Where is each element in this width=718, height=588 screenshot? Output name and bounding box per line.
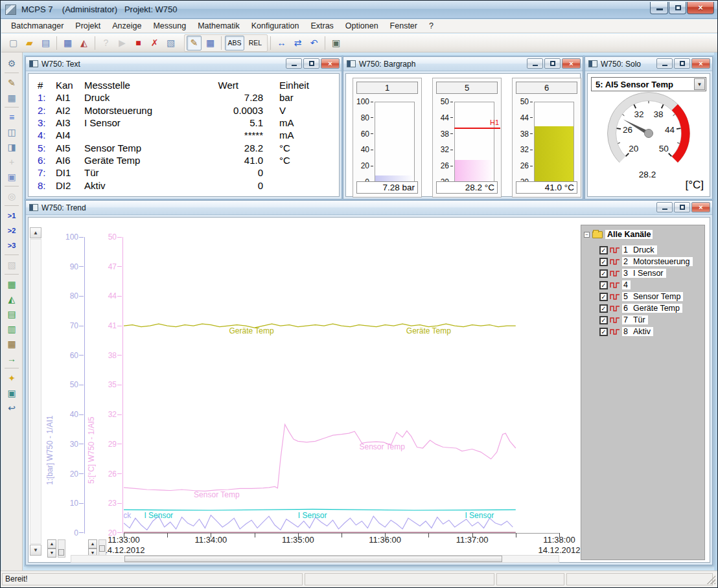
- menu-item-extras[interactable]: Extras: [305, 20, 339, 32]
- legend-root-node[interactable]: − Alle Kanäle: [584, 230, 653, 239]
- protocol-icon[interactable]: ▦: [4, 336, 19, 351]
- add-trend-window-icon[interactable]: ◭: [4, 291, 19, 306]
- checkbox-checked[interactable]: ✓: [599, 316, 608, 324]
- legend-item-druck[interactable]: ✓1Druck: [599, 245, 657, 255]
- restore-button[interactable]: [674, 202, 690, 212]
- layers-icon[interactable]: ▣: [4, 169, 19, 184]
- checkbox-checked[interactable]: ✓: [599, 304, 608, 313]
- menu-item-messung[interactable]: Messung: [147, 20, 192, 32]
- restore-button[interactable]: [303, 58, 319, 69]
- spin-down-icon[interactable]: ▼: [47, 548, 56, 558]
- menu-item-anzeige[interactable]: Anzeige: [106, 20, 147, 32]
- channel-selector[interactable]: 5: AI5 Sensor Temp ▼: [591, 77, 706, 91]
- solo-window-titlebar[interactable]: W750: Solo ×: [585, 57, 712, 71]
- key-icon[interactable]: ✦: [4, 370, 19, 385]
- rel-mode-button[interactable]: REL: [246, 36, 265, 51]
- view-1-icon[interactable]: >1: [4, 208, 19, 223]
- text-window[interactable]: W750: Text × #KanMessstelleWertEinheit1:…: [25, 56, 342, 199]
- close-icon[interactable]: ×: [691, 58, 710, 69]
- view-3-icon[interactable]: >3: [4, 238, 19, 253]
- minimize-button[interactable]: [656, 58, 673, 69]
- vertical-scrollbar[interactable]: [30, 239, 41, 544]
- spin-up-icon[interactable]: ▲: [47, 539, 56, 548]
- restore-button[interactable]: [544, 58, 561, 69]
- open-project-icon[interactable]: ▰: [22, 36, 37, 51]
- scroll-down-icon[interactable]: ▼: [30, 545, 41, 556]
- chart-view-icon[interactable]: ◭: [76, 36, 91, 51]
- legend-item-sensor-temp[interactable]: ✓5Sensor Temp: [599, 291, 683, 302]
- save-file-icon[interactable]: ◨: [4, 139, 19, 154]
- minimize-button[interactable]: [527, 58, 543, 69]
- zoom-undo-icon[interactable]: ↶: [307, 36, 321, 51]
- document-view-icon[interactable]: ▤: [38, 36, 53, 51]
- minimize-button[interactable]: [656, 202, 673, 212]
- bargraph-window-titlebar[interactable]: W750: Bargraph ×: [343, 57, 583, 71]
- trend-window[interactable]: W750: Trend × ▲ ▼ 1:[bar] W750 - 1/AI1 5…: [25, 200, 713, 565]
- menu-item-batchmanager[interactable]: Batchmanager: [5, 20, 69, 32]
- zoom-x-expand-icon[interactable]: ↔: [274, 36, 289, 51]
- checkbox-checked[interactable]: ✓: [599, 246, 608, 254]
- close-icon[interactable]: ×: [562, 58, 581, 69]
- edit-measurement-icon[interactable]: ✎: [4, 75, 19, 90]
- horizontal-scrollbar-thumb[interactable]: [124, 556, 502, 562]
- device-setup-icon[interactable]: ▦: [4, 90, 19, 105]
- collapse-icon[interactable]: −: [584, 232, 590, 238]
- menu-item-optionen[interactable]: Optionen: [340, 20, 384, 32]
- save-device-icon[interactable]: ◫: [4, 124, 19, 139]
- checkbox-checked[interactable]: ✓: [599, 328, 608, 336]
- print-icon[interactable]: ▣: [329, 36, 343, 51]
- spin-up-icon[interactable]: ▲: [88, 539, 97, 548]
- restore-button[interactable]: [674, 58, 690, 69]
- add-list-window-icon[interactable]: ▤: [4, 306, 19, 321]
- stop-measure-icon[interactable]: ■: [131, 36, 146, 51]
- menu-item-mathematik[interactable]: Mathematik: [192, 20, 246, 32]
- legend-item-t-r[interactable]: ✓7Tür: [599, 315, 648, 325]
- new-file-icon[interactable]: ▢: [6, 36, 21, 51]
- scroll-up-icon[interactable]: ▲: [30, 227, 41, 238]
- legend-item-i-sensor[interactable]: ✓3I Sensor: [599, 268, 666, 278]
- menu-item-fenster[interactable]: Fenster: [384, 20, 423, 32]
- chevron-down-icon[interactable]: ▼: [694, 78, 705, 90]
- trend-plot-area[interactable]: Geräte TempGeräte TempSensor TempSensor …: [124, 237, 559, 533]
- legend-item-motorsteuerung[interactable]: ✓2Motorsteuerung: [599, 256, 693, 267]
- axis1-scale-spinner[interactable]: ▲ ▼: [47, 539, 65, 558]
- checkbox-checked[interactable]: ✓: [599, 293, 608, 301]
- horizontal-scrollbar[interactable]: [71, 555, 559, 563]
- checkbox-checked[interactable]: ✓: [599, 258, 608, 266]
- abs-mode-button[interactable]: ABS: [225, 36, 244, 51]
- zoom-x-compress-icon[interactable]: ⇄: [290, 36, 305, 51]
- axis1-mini-slider[interactable]: [58, 539, 65, 558]
- exit-icon[interactable]: ↩: [4, 400, 19, 415]
- export-image-icon[interactable]: ▧: [163, 36, 178, 51]
- menu-item-projekt[interactable]: Projekt: [69, 20, 106, 32]
- minimize-button[interactable]: [286, 58, 302, 69]
- abort-measure-icon[interactable]: ✗: [147, 36, 162, 51]
- main-titlebar[interactable]: MCPS 7 (Administrator) Projekt: W750 ×: [1, 1, 717, 19]
- add-bargraph-window-icon[interactable]: ▥: [4, 321, 19, 336]
- maximize-button[interactable]: [669, 2, 686, 14]
- channel-assign-icon[interactable]: ≡: [4, 109, 19, 124]
- table-view-icon[interactable]: ▦: [60, 36, 75, 51]
- project-settings-icon[interactable]: ⚙: [4, 56, 19, 71]
- checkbox-checked[interactable]: ✓: [599, 281, 608, 289]
- menu-item-konfiguration[interactable]: Konfiguration: [246, 20, 305, 32]
- edit-pen-icon[interactable]: ✎: [187, 36, 202, 51]
- close-icon[interactable]: ×: [691, 202, 710, 212]
- legend-item-aktiv[interactable]: ✓8Aktiv: [599, 326, 653, 337]
- menu-item--[interactable]: ?: [423, 20, 439, 32]
- window-list-icon[interactable]: ▣: [4, 385, 19, 400]
- add-text-window-icon[interactable]: ▦: [4, 277, 19, 291]
- trend-window-titlebar[interactable]: W750: Trend ×: [26, 201, 712, 215]
- minimize-button[interactable]: [650, 2, 668, 14]
- close-icon[interactable]: ×: [321, 58, 340, 69]
- solo-window[interactable]: W750: Solo × 5: AI5 Sensor Temp ▼ 202632…: [585, 56, 713, 199]
- export-data-icon[interactable]: →: [4, 351, 19, 366]
- checkbox-checked[interactable]: ✓: [599, 269, 608, 278]
- view-2-icon[interactable]: >2: [4, 223, 19, 238]
- bargraph-window[interactable]: W750: Bargraph × 11008060402007.28 bar55…: [343, 56, 583, 199]
- close-button[interactable]: ×: [687, 2, 714, 14]
- text-window-titlebar[interactable]: W750: Text ×: [26, 57, 342, 71]
- legend-item-channel-4[interactable]: ✓4: [599, 280, 631, 290]
- legend-item-ger-te-temp[interactable]: ✓6Geräte Temp: [599, 303, 682, 313]
- table-mode-icon[interactable]: ▦: [203, 36, 218, 51]
